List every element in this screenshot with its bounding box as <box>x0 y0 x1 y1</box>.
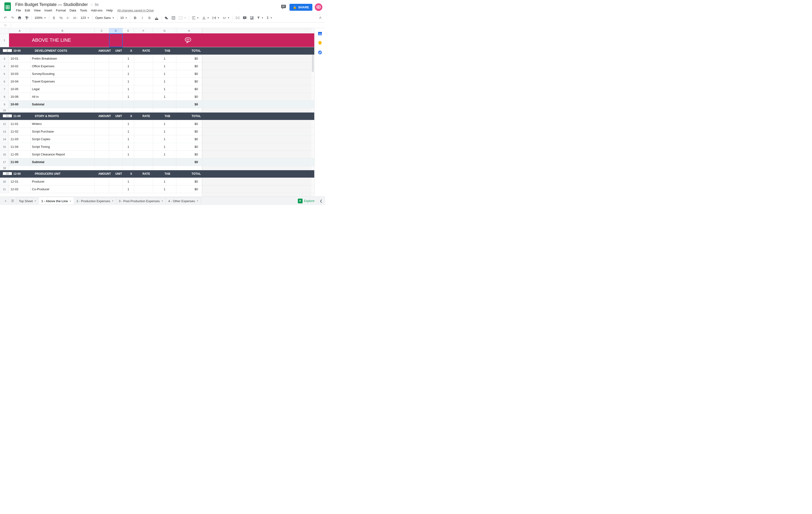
row-header-1[interactable]: 1 <box>0 33 9 47</box>
cell[interactable] <box>109 151 123 158</box>
cell[interactable]: 1 <box>123 128 134 135</box>
menu-help[interactable]: Help <box>105 8 114 13</box>
cell[interactable] <box>134 120 153 128</box>
cell[interactable]: $0 <box>176 186 202 193</box>
cell[interactable] <box>9 108 30 112</box>
cell[interactable]: Producer <box>30 178 95 185</box>
row-header-2[interactable]: 2 <box>3 49 12 52</box>
undo-button[interactable]: ↶ <box>2 15 8 21</box>
cell[interactable]: Script Copies <box>30 135 95 143</box>
horizontal-align-button[interactable]: ▼ <box>191 15 200 21</box>
cell[interactable] <box>134 143 153 151</box>
menu-edit[interactable]: Edit <box>23 8 32 13</box>
cell[interactable]: 1 <box>123 85 134 93</box>
menu-insert[interactable]: Insert <box>42 8 54 13</box>
cell[interactable] <box>95 85 109 93</box>
menu-tools[interactable]: Tools <box>78 8 89 13</box>
row-header-21[interactable]: 21 <box>0 186 9 193</box>
cell[interactable] <box>109 158 123 166</box>
row-header-8[interactable]: 8 <box>0 93 9 100</box>
add-sheet-button[interactable]: ＋ <box>2 197 9 205</box>
cell[interactable] <box>95 78 109 85</box>
cell[interactable] <box>134 62 153 70</box>
menu-format[interactable]: Format <box>54 8 67 13</box>
cell[interactable] <box>153 166 176 170</box>
font-family-dropdown[interactable]: Open Sans▼ <box>94 15 116 21</box>
cell[interactable]: 1 <box>123 70 134 78</box>
cell[interactable] <box>134 101 153 108</box>
vertical-align-button[interactable]: ▼ <box>201 15 211 21</box>
cell[interactable]: 10-00 <box>12 49 33 52</box>
cell[interactable] <box>123 108 134 112</box>
col-header-H[interactable]: H <box>176 28 202 33</box>
cell[interactable]: Co-Producer <box>30 186 95 193</box>
col-header-F[interactable]: F <box>134 28 153 33</box>
cell[interactable]: AMOUNT <box>97 172 112 175</box>
row-header-13[interactable]: 13 <box>0 128 9 135</box>
cell[interactable]: 1 <box>153 85 176 93</box>
cell[interactable] <box>9 166 30 170</box>
cell[interactable]: $0 <box>176 158 202 166</box>
cell[interactable]: Script Clearance Report <box>30 151 95 158</box>
cell[interactable] <box>123 33 134 47</box>
menu-data[interactable]: Data <box>68 8 78 13</box>
cell[interactable] <box>9 33 30 47</box>
cell[interactable]: $0 <box>176 128 202 135</box>
sheets-logo-icon[interactable] <box>3 2 12 11</box>
fill-color-button[interactable] <box>163 15 170 21</box>
cell[interactable]: 1 <box>153 93 176 100</box>
drive-save-status[interactable]: All changes saved in Drive <box>117 8 154 13</box>
col-header-E[interactable]: E <box>123 28 134 33</box>
cell[interactable]: 12-00 <box>12 172 33 175</box>
text-color-button[interactable]: A <box>153 15 160 21</box>
cell[interactable] <box>95 143 109 151</box>
cell[interactable]: 12-02 <box>9 186 30 193</box>
cell[interactable]: AMOUNT <box>97 49 112 52</box>
row-header-3[interactable]: 3 <box>0 55 9 62</box>
calendar-icon[interactable]: 31 <box>318 31 322 36</box>
row-header-7[interactable]: 7 <box>0 85 9 93</box>
cell[interactable] <box>134 166 153 170</box>
cell[interactable] <box>30 166 95 170</box>
col-header-D[interactable]: D <box>109 28 123 33</box>
cell[interactable] <box>30 108 95 112</box>
account-avatar[interactable] <box>315 3 322 11</box>
cell[interactable]: $0 <box>176 85 202 93</box>
format-percent-button[interactable]: % <box>58 15 64 21</box>
sheet-tab[interactable]: 3 - Post-Production Expenses▼ <box>116 197 166 204</box>
expand-side-panel-button[interactable]: ❮ <box>319 198 323 204</box>
cell[interactable]: TAB <box>156 49 179 52</box>
select-all-corner[interactable] <box>0 28 9 33</box>
row-header-4[interactable]: 4 <box>0 62 9 70</box>
cell[interactable]: 1 <box>123 62 134 70</box>
sheet-grid[interactable]: A B C D E F G H 1ABOVE THE LINE210-00DEV… <box>0 28 314 196</box>
cell[interactable]: Script Purchase <box>30 128 95 135</box>
cell[interactable] <box>95 55 109 62</box>
cell[interactable]: X <box>125 49 137 52</box>
functions-button[interactable]: Σ▼ <box>265 15 274 21</box>
row-header-12[interactable]: 12 <box>0 120 9 128</box>
cell[interactable]: $0 <box>176 120 202 128</box>
cell[interactable]: 1 <box>153 55 176 62</box>
merge-cells-button[interactable]: ▼ <box>177 15 187 21</box>
cell[interactable]: X <box>125 172 137 175</box>
document-title[interactable]: Film Budget Template — StudioBinder <box>14 2 89 7</box>
cell[interactable]: RATE <box>137 49 156 52</box>
cell[interactable] <box>109 33 123 47</box>
cell[interactable] <box>95 166 109 170</box>
insert-link-button[interactable] <box>234 15 241 21</box>
cell[interactable]: 1 <box>123 186 134 193</box>
cell[interactable]: 1 <box>123 120 134 128</box>
cell[interactable]: Legal <box>30 85 95 93</box>
cell[interactable]: $0 <box>176 143 202 151</box>
cell[interactable]: TOTAL <box>179 114 205 118</box>
cell[interactable] <box>109 70 123 78</box>
cell[interactable] <box>95 151 109 158</box>
cell[interactable] <box>123 166 134 170</box>
cell[interactable] <box>134 128 153 135</box>
row-header-20[interactable]: 20 <box>0 178 9 185</box>
cell[interactable] <box>95 70 109 78</box>
cell[interactable]: 1 <box>123 178 134 185</box>
cell[interactable] <box>153 108 176 112</box>
sheet-tab[interactable]: Top Sheet▼ <box>16 197 39 204</box>
